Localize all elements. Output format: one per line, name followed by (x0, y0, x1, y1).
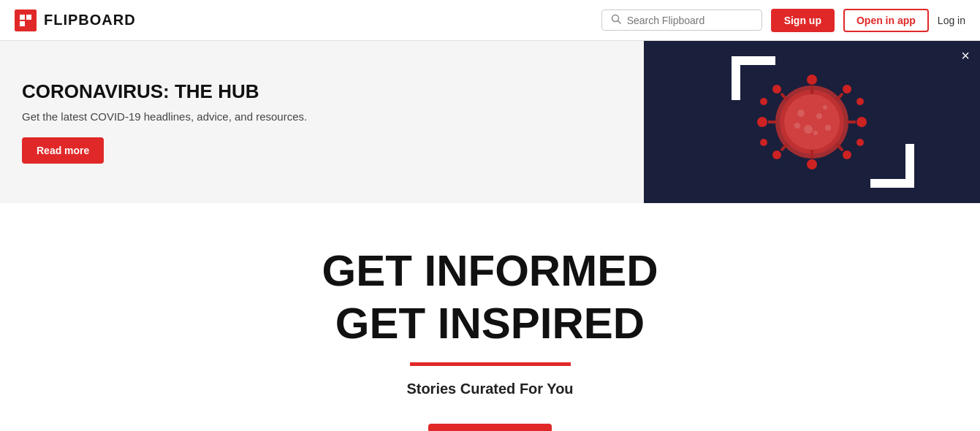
svg-point-10 (757, 117, 767, 127)
svg-point-15 (843, 150, 851, 159)
flipboard-logo-text: FLIPBOARD (44, 12, 136, 28)
banner-content: CORONAVIRUS: THE HUB Get the latest COVI… (0, 41, 644, 203)
header-right: Sign up Open in app Log in (601, 9, 965, 32)
search-icon (611, 14, 621, 26)
svg-point-19 (856, 139, 864, 146)
close-icon[interactable]: × (961, 48, 970, 63)
open-in-app-button[interactable]: Open in app (843, 9, 929, 32)
svg-point-8 (807, 75, 817, 85)
svg-point-18 (760, 139, 767, 146)
svg-point-13 (843, 85, 851, 94)
hero-divider (410, 362, 571, 366)
svg-point-29 (816, 113, 822, 119)
search-bar[interactable] (601, 9, 762, 31)
header-left: FLIPBOARD (15, 9, 136, 31)
hero-signup-button[interactable]: Sign up (428, 424, 552, 431)
banner-title: CORONAVIRUS: THE HUB (22, 80, 622, 103)
nav-signup-button[interactable]: Sign up (771, 9, 835, 32)
banner-image: × (644, 41, 980, 203)
svg-point-34 (825, 125, 831, 131)
svg-rect-0 (20, 15, 25, 20)
coronavirus-banner: CORONAVIRUS: THE HUB Get the latest COVI… (0, 41, 980, 203)
virus-illustration (702, 49, 922, 195)
svg-point-16 (760, 98, 767, 105)
svg-point-12 (772, 85, 781, 94)
svg-point-11 (856, 117, 867, 127)
hero-title-line1: GET INFORMED (322, 247, 658, 295)
svg-point-33 (813, 131, 818, 135)
read-more-button[interactable]: Read more (22, 137, 104, 164)
search-input[interactable] (627, 15, 753, 26)
svg-point-28 (797, 110, 805, 117)
hero-subtitle: Stories Curated For You (406, 381, 573, 397)
login-button[interactable]: Log in (938, 15, 965, 26)
flipboard-logo-icon (15, 9, 37, 31)
svg-point-32 (794, 123, 800, 129)
svg-point-7 (784, 94, 840, 150)
svg-point-14 (772, 150, 781, 159)
svg-point-30 (804, 125, 813, 134)
hero-section: GET INFORMED GET INSPIRED Stories Curate… (0, 203, 980, 431)
svg-point-17 (856, 98, 864, 105)
svg-line-4 (618, 21, 620, 24)
banner-subtitle: Get the latest COVID-19 headlines, advic… (22, 110, 622, 123)
header: FLIPBOARD Sign up Open in app Log in (0, 0, 980, 41)
hero-title-line2: GET INSPIRED (335, 300, 645, 348)
svg-point-31 (823, 105, 827, 110)
svg-point-9 (807, 159, 817, 169)
svg-rect-2 (20, 21, 25, 26)
svg-rect-1 (26, 15, 31, 20)
